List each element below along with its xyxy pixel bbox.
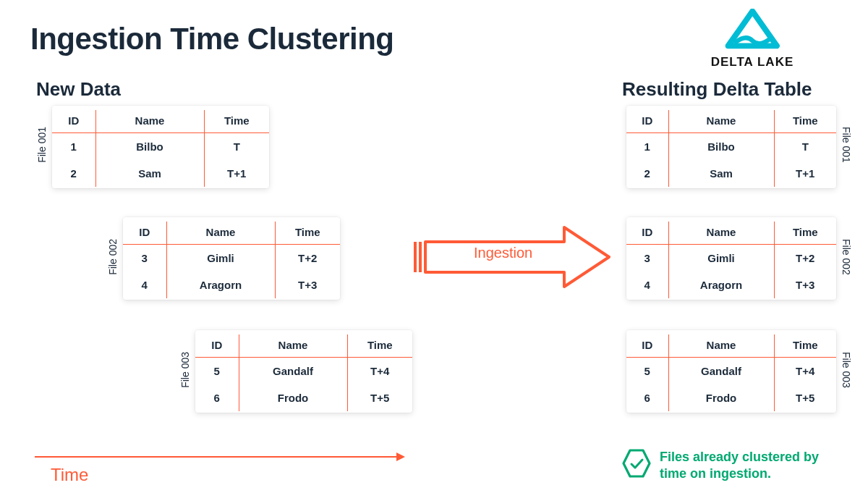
col-id: ID: [52, 110, 95, 133]
ingestion-label: Ingestion: [474, 245, 532, 261]
file-tag-002-right: File 002: [841, 239, 852, 275]
section-newdata-heading: New Data: [36, 78, 121, 101]
cell: T+3: [275, 271, 340, 298]
table: ID Name Time 5 Gandalf T+4 6 Frodo T+5: [626, 334, 836, 411]
col-time: Time: [204, 110, 269, 133]
cell: Sam: [668, 160, 774, 187]
cell: Frodo: [239, 384, 347, 411]
col-name: Name: [668, 110, 774, 133]
cell: Gimli: [668, 245, 774, 272]
cell: Bilbo: [668, 133, 774, 161]
cell: T: [774, 133, 836, 161]
callout-text: Files already clustered by time on inges…: [660, 449, 848, 481]
cell: 5: [626, 358, 668, 385]
cell: T+5: [347, 384, 412, 411]
col-name: Name: [239, 334, 347, 358]
table: ID Name Time 1 Bilbo T 2 Sam T+1: [52, 110, 269, 187]
section-result-heading: Resulting Delta Table: [622, 78, 812, 101]
table-row: 2 Sam T+1: [626, 160, 836, 187]
cell: T+5: [774, 384, 836, 411]
brand-text: DELTA LAKE: [680, 55, 825, 70]
col-time: Time: [347, 334, 412, 358]
table-file-002: ID Name Time 3 Gimli T+2 4 Aragorn T+3: [123, 217, 340, 300]
col-id: ID: [626, 110, 668, 133]
cell: T+4: [347, 358, 412, 385]
table-row: 3 Gimli T+2: [123, 245, 340, 272]
cell: T: [204, 133, 269, 161]
table-row: 4 Aragorn T+3: [626, 271, 836, 298]
table-row: 1 Bilbo T: [52, 133, 269, 161]
table: ID Name Time 3 Gimli T+2 4 Aragorn T+3: [626, 222, 836, 298]
file-tag-003-right: File 003: [841, 352, 852, 388]
cell: 2: [626, 160, 668, 187]
col-time: Time: [275, 222, 340, 245]
cell: T+4: [774, 358, 836, 385]
col-name: Name: [166, 222, 275, 245]
result-table-file-002: ID Name Time 3 Gimli T+2 4 Aragorn T+3: [626, 217, 836, 300]
cell: T+2: [774, 245, 836, 272]
time-axis-label: Time: [51, 465, 88, 485]
cell: Bilbo: [95, 133, 204, 161]
table-row: 5 Gandalf T+4: [626, 358, 836, 385]
table: ID Name Time 3 Gimli T+2 4 Aragorn T+3: [123, 222, 340, 298]
cell: T+2: [275, 245, 340, 272]
cell: 6: [626, 384, 668, 411]
cell: 4: [626, 271, 668, 298]
cell: T+1: [204, 160, 269, 187]
table-row: 3 Gimli T+2: [626, 245, 836, 272]
cell: 2: [52, 160, 95, 187]
cell: T+1: [774, 160, 836, 187]
cell: 4: [123, 271, 166, 298]
table-row: 2 Sam T+1: [52, 160, 269, 187]
col-id: ID: [123, 222, 166, 245]
cell: 3: [123, 245, 166, 272]
cell: 5: [195, 358, 239, 385]
col-id: ID: [626, 222, 668, 245]
table-file-001: ID Name Time 1 Bilbo T 2 Sam T+1: [52, 106, 269, 188]
page-title: Ingestion Time Clustering: [30, 22, 393, 56]
table-file-003: ID Name Time 5 Gandalf T+4 6 Frodo T+5: [195, 330, 412, 413]
result-table-file-003: ID Name Time 5 Gandalf T+4 6 Frodo T+5: [626, 330, 836, 413]
col-time: Time: [774, 110, 836, 133]
table-row: 1 Bilbo T: [626, 133, 836, 161]
cell: Frodo: [668, 384, 774, 411]
svg-marker-0: [624, 450, 650, 476]
col-time: Time: [774, 222, 836, 245]
cell: T+3: [774, 271, 836, 298]
file-tag-001-right: File 001: [841, 127, 852, 163]
success-hex-icon: [622, 449, 651, 478]
cell: Sam: [95, 160, 204, 187]
file-tag-003-left: File 003: [179, 352, 191, 388]
file-tag-001-left: File 001: [36, 127, 48, 163]
table: ID Name Time 1 Bilbo T 2 Sam T+1: [626, 110, 836, 187]
table: ID Name Time 5 Gandalf T+4 6 Frodo T+5: [195, 334, 412, 411]
result-table-file-001: ID Name Time 1 Bilbo T 2 Sam T+1: [626, 106, 836, 188]
cell: Gandalf: [668, 358, 774, 385]
cell: 1: [52, 133, 95, 161]
cell: Gandalf: [239, 358, 347, 385]
cell: 3: [626, 245, 668, 272]
cell: 1: [626, 133, 668, 161]
cell: Gimli: [166, 245, 275, 272]
brand-logo: DELTA LAKE: [680, 9, 825, 70]
col-time: Time: [774, 334, 836, 358]
col-name: Name: [668, 222, 774, 245]
table-row: 6 Frodo T+5: [626, 384, 836, 411]
col-name: Name: [668, 334, 774, 358]
table-row: 4 Aragorn T+3: [123, 271, 340, 298]
time-axis-arrow-icon: [35, 456, 404, 458]
table-row: 6 Frodo T+5: [195, 384, 412, 411]
deltalake-icon: [720, 9, 785, 54]
col-id: ID: [626, 334, 668, 358]
file-tag-002-left: File 002: [107, 239, 119, 275]
table-row: 5 Gandalf T+4: [195, 358, 412, 385]
cell: Aragorn: [668, 271, 774, 298]
col-name: Name: [95, 110, 204, 133]
cell: Aragorn: [166, 271, 275, 298]
cell: 6: [195, 384, 239, 411]
col-id: ID: [195, 334, 239, 358]
